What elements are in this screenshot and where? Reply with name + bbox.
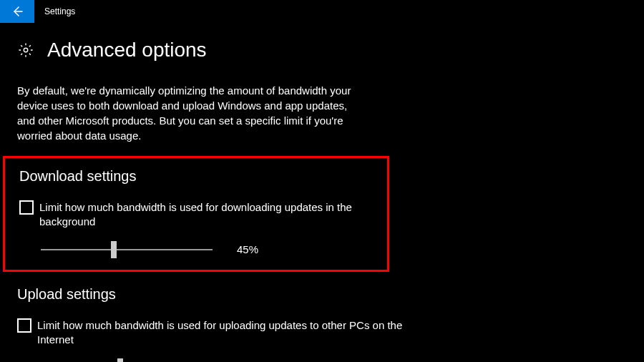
download-section-title: Download settings (19, 168, 373, 185)
download-limit-checkbox-row: Limit how much bandwidth is used for dow… (19, 200, 373, 230)
upload-limit-label: Limit how much bandwidth is used for upl… (37, 318, 409, 348)
slider-track (41, 249, 213, 250)
svg-point-0 (24, 48, 28, 52)
content-area: Advanced options By default, we're dynam… (0, 23, 644, 362)
download-section-highlight: Download settings Limit how much bandwid… (3, 156, 389, 272)
download-limit-label: Limit how much bandwidth is used for dow… (39, 200, 369, 230)
slider-thumb (111, 241, 117, 258)
page-description: By default, we're dynamically optimizing… (17, 83, 361, 143)
upload-section: Upload settings Limit how much bandwidth… (17, 272, 627, 363)
page-title: Advanced options (47, 39, 207, 62)
upload-limit-checkbox[interactable] (17, 318, 31, 333)
titlebar: Settings (0, 0, 644, 23)
download-limit-checkbox[interactable] (19, 200, 34, 215)
arrow-left-icon (11, 6, 23, 17)
page-header: Advanced options (17, 39, 627, 62)
app-name: Settings (44, 6, 75, 16)
upload-limit-checkbox-row: Limit how much bandwidth is used for upl… (17, 318, 627, 348)
back-button[interactable] (0, 0, 34, 23)
gear-icon (17, 41, 34, 59)
download-slider-row: 45% (41, 243, 373, 257)
slider-thumb (117, 358, 123, 362)
download-slider-value: 45% (237, 243, 258, 255)
upload-section-title: Upload settings (17, 286, 627, 303)
download-bandwidth-slider[interactable] (41, 243, 213, 257)
